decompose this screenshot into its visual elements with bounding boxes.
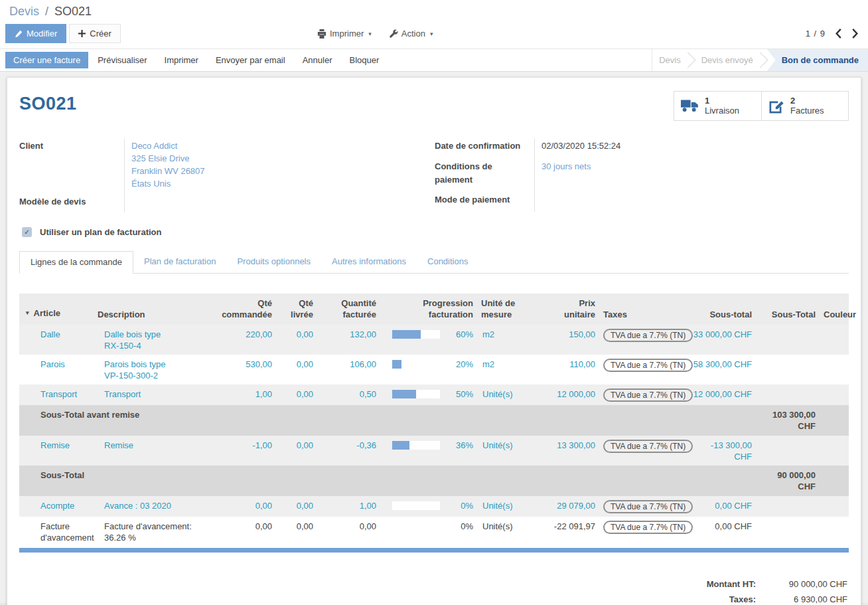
cell-qty-invoiced[interactable]: 0,50 bbox=[317, 385, 380, 405]
header-progress[interactable]: Progression facturation bbox=[380, 294, 477, 325]
tab-optional-products[interactable]: Produits optionnels bbox=[226, 251, 321, 274]
horizontal-scrollbar[interactable] bbox=[19, 548, 849, 553]
header-qty-ordered[interactable]: Qté commandée bbox=[210, 294, 276, 325]
tax-badge[interactable]: TVA due a 7.7% (TN) bbox=[603, 440, 693, 453]
header-subtotal[interactable]: Sous-total bbox=[688, 294, 756, 325]
client-address-line[interactable]: 325 Elsie Drive bbox=[131, 152, 435, 165]
edit-button[interactable]: Modifier bbox=[5, 24, 66, 43]
tab-order-lines[interactable]: Lignes de la commande bbox=[19, 251, 133, 274]
tab-invoicing-plan[interactable]: Plan de facturation bbox=[133, 251, 226, 274]
order-line-row[interactable]: RemiseRemise-1,000,00-0,3636%Unité(s)13 … bbox=[19, 436, 849, 466]
cell-unit-price[interactable]: 13 300,00 bbox=[529, 436, 599, 466]
cell-uom[interactable]: Unité(s) bbox=[477, 385, 529, 405]
client-address-line[interactable]: Deco Addict bbox=[131, 139, 435, 152]
breadcrumb-parent-link[interactable]: Devis bbox=[9, 5, 39, 18]
pager-previous-button[interactable] bbox=[835, 29, 842, 39]
tab-other-info[interactable]: Autres informations bbox=[321, 251, 417, 274]
payment-mode-value[interactable] bbox=[534, 192, 849, 213]
send-email-button[interactable]: Envoyer par email bbox=[208, 52, 293, 68]
cell-article[interactable]: Parois bbox=[19, 355, 94, 385]
header-article[interactable]: ▾Article bbox=[19, 294, 94, 325]
pager-next-button[interactable] bbox=[851, 29, 859, 39]
cell-uom[interactable]: m2 bbox=[477, 325, 529, 355]
cell-article[interactable]: Dalle bbox=[19, 325, 94, 355]
cell-qty-invoiced[interactable]: 0,00 bbox=[317, 517, 380, 547]
stage-devis-envoye[interactable]: Devis envoyé bbox=[695, 49, 760, 71]
cell-description[interactable]: Avance : 03 2020 bbox=[94, 496, 210, 517]
cell-uom[interactable]: Unité(s) bbox=[477, 517, 529, 547]
header-subtotal2[interactable]: Sous-Total bbox=[756, 294, 820, 325]
stage-bon-de-commande[interactable]: Bon de commande bbox=[767, 49, 868, 71]
header-color[interactable]: Couleur bbox=[820, 294, 849, 325]
cell-qty-ordered[interactable]: 0,00 bbox=[210, 517, 276, 547]
cell-qty-delivered[interactable]: 0,00 bbox=[276, 385, 317, 405]
header-uom[interactable]: Unité de mesure bbox=[477, 294, 529, 325]
order-line-row[interactable]: ParoisParois bois type VP-150-300-2530,0… bbox=[19, 355, 849, 385]
tax-badge[interactable]: TVA due a 7.7% (TN) bbox=[603, 329, 693, 342]
cell-unit-price[interactable]: 29 079,00 bbox=[529, 496, 599, 517]
cell-uom[interactable]: m2 bbox=[477, 355, 529, 385]
cell-qty-invoiced[interactable]: 106,00 bbox=[317, 355, 380, 385]
cell-subtotal: 0,00 CHF bbox=[688, 496, 756, 517]
cell-qty-delivered[interactable]: 0,00 bbox=[276, 436, 317, 466]
cell-qty-delivered[interactable]: 0,00 bbox=[276, 325, 317, 355]
header-qty-delivered[interactable]: Qté livrée bbox=[276, 294, 317, 325]
tab-conditions[interactable]: Conditions bbox=[417, 251, 478, 274]
lock-button[interactable]: Bloquer bbox=[341, 52, 387, 68]
tax-badge[interactable]: TVA due a 7.7% (TN) bbox=[603, 500, 693, 513]
cell-qty-ordered[interactable]: 530,00 bbox=[210, 355, 276, 385]
cell-qty-ordered[interactable]: -1,00 bbox=[210, 436, 276, 466]
cell-article[interactable]: Facture d'avancement bbox=[19, 517, 94, 547]
print-menu-button[interactable]: Imprimer ▾ bbox=[317, 29, 372, 39]
cell-description[interactable]: Remise bbox=[94, 436, 210, 466]
cell-unit-price[interactable]: -22 091,97 bbox=[529, 517, 599, 547]
preview-button[interactable]: Prévisualiser bbox=[90, 52, 155, 68]
order-line-row[interactable]: TransportTransport1,000,000,5050%Unité(s… bbox=[19, 385, 849, 405]
tax-badge[interactable]: TVA due a 7.7% (TN) bbox=[603, 521, 693, 534]
order-line-row[interactable]: AcompteAvance : 03 20200,000,001,000%Uni… bbox=[19, 496, 849, 517]
cell-description[interactable]: Parois bois type VP-150-300-2 bbox=[94, 355, 210, 385]
order-line-row[interactable]: DalleDalle bois type RX-150-4220,000,001… bbox=[19, 325, 849, 355]
print-button[interactable]: Imprimer bbox=[157, 52, 206, 68]
cell-qty-ordered[interactable]: 220,00 bbox=[210, 325, 276, 355]
cell-article[interactable]: Transport bbox=[19, 385, 94, 405]
cell-article[interactable]: Remise bbox=[19, 436, 94, 466]
cell-qty-delivered[interactable]: 0,00 bbox=[276, 355, 317, 385]
delivery-stat-button[interactable]: 1Livraison bbox=[674, 92, 761, 120]
invoicing-plan-checkbox[interactable]: ✓ bbox=[22, 227, 32, 237]
cell-article[interactable]: Acompte bbox=[19, 496, 94, 517]
payment-terms-value[interactable]: 30 jours nets bbox=[534, 159, 849, 193]
cell-qty-invoiced[interactable]: 1,00 bbox=[317, 496, 380, 517]
tax-badge[interactable]: TVA due a 7.7% (TN) bbox=[603, 359, 693, 372]
cell-description[interactable]: Facture d'avancement: 36.26 % bbox=[94, 517, 210, 547]
cell-unit-price[interactable]: 12 000,00 bbox=[529, 385, 599, 405]
cell-qty-delivered[interactable]: 0,00 bbox=[276, 517, 317, 547]
client-address-line[interactable]: Franklin WV 26807 bbox=[131, 165, 435, 177]
cell-description[interactable]: Dalle bois type RX-150-4 bbox=[94, 325, 210, 355]
header-unit-price[interactable]: Prix unitaire bbox=[529, 294, 599, 325]
cell-qty-delivered[interactable]: 0,00 bbox=[276, 496, 317, 517]
order-line-row[interactable]: Facture d'avancementFacture d'avancement… bbox=[19, 517, 849, 547]
action-menu-button[interactable]: Action ▾ bbox=[389, 29, 433, 39]
header-qty-invoiced[interactable]: Quantité facturée bbox=[317, 294, 380, 325]
tax-badge[interactable]: TVA due a 7.7% (TN) bbox=[603, 389, 693, 402]
quote-template-field-value[interactable] bbox=[124, 194, 435, 213]
cell-qty-ordered[interactable]: 0,00 bbox=[210, 496, 276, 517]
cell-qty-invoiced[interactable]: 132,00 bbox=[317, 325, 380, 355]
create-invoice-button[interactable]: Créer une facture bbox=[5, 52, 88, 68]
cell-qty-invoiced[interactable]: -0,36 bbox=[317, 436, 380, 466]
client-address-line[interactable]: États Unis bbox=[131, 177, 435, 190]
cell-uom[interactable]: Unité(s) bbox=[477, 436, 529, 466]
cell-uom[interactable]: Unité(s) bbox=[477, 496, 529, 517]
section-row[interactable]: Sous-Total avant remise103 300,00 CHF bbox=[19, 405, 849, 436]
header-description[interactable]: Description bbox=[94, 294, 210, 325]
cancel-button[interactable]: Annuler bbox=[295, 52, 340, 68]
cell-unit-price[interactable]: 110,00 bbox=[529, 355, 599, 385]
cell-unit-price[interactable]: 150,00 bbox=[529, 325, 599, 355]
cell-qty-ordered[interactable]: 1,00 bbox=[210, 385, 276, 405]
invoices-stat-button[interactable]: 2Factures bbox=[761, 92, 848, 120]
header-taxes[interactable]: Taxes bbox=[599, 294, 688, 325]
create-button[interactable]: Créer bbox=[69, 24, 121, 43]
cell-description[interactable]: Transport bbox=[94, 385, 210, 405]
section-row[interactable]: Sous-Total90 000,00 CHF bbox=[19, 466, 849, 496]
